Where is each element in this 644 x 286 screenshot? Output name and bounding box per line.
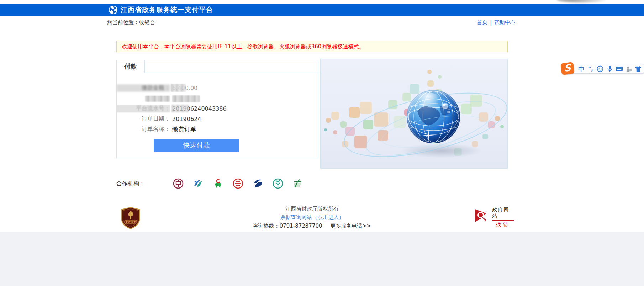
decorative-square xyxy=(427,70,432,74)
partners-label: 合作机构： xyxy=(116,180,145,187)
gov-site-label: 政府网站 xyxy=(492,207,514,221)
payment-fields: 缴款金额： 6,400.00 平台流水号： 201906240043386 xyxy=(117,83,319,134)
decorative-square xyxy=(427,80,434,87)
decorative-square xyxy=(349,107,360,118)
ime-toolbar: 中 °, xyxy=(561,64,644,74)
field-row-order-date: 订单日期： 20190624 xyxy=(117,114,319,124)
copyright-text: 江西省财政厅版权所有 xyxy=(205,205,419,213)
tab-payment[interactable]: 付款 xyxy=(116,60,145,73)
order-name-value: 缴费订单 xyxy=(172,125,196,133)
payment-tab-bar: 付款 xyxy=(116,60,319,73)
decorative-square xyxy=(331,112,339,120)
chinese-mode-icon[interactable]: 中 xyxy=(577,65,585,73)
partners-row: 合作机构： xyxy=(116,176,508,191)
payer-value-mask xyxy=(172,95,200,102)
emoji-icon[interactable] xyxy=(596,65,604,73)
decorative-square xyxy=(500,125,504,128)
platform-globe-logo-icon xyxy=(109,5,118,15)
header-bar: 江西省政务服务统一支付平台 xyxy=(0,4,644,16)
quick-pay-button[interactable]: 快速付款 xyxy=(154,139,239,152)
payer-label-mask xyxy=(145,96,170,102)
gov-site-error-badge[interactable]: 政府网站 找错 xyxy=(475,208,514,227)
decorative-square xyxy=(326,118,331,123)
footer-center: 江西省财政厅版权所有 票据查询网站（点击进入） 咨询热线：0791-872877… xyxy=(205,205,419,230)
order-date-value: 20190624 xyxy=(172,116,201,122)
breadcrumb-row: 您当前位置：收银台 首页 | 帮助中心 xyxy=(0,16,644,28)
psbc-icon[interactable] xyxy=(292,177,303,190)
receipt-link-row: 票据查询网站（点击进入） xyxy=(205,213,419,222)
field-row-amount: 缴款金额： 6,400.00 xyxy=(117,83,319,93)
hotline-text: 咨询热线：0791-87287700 xyxy=(253,223,322,229)
globe-highlight xyxy=(416,93,441,105)
links-separator: | xyxy=(490,19,492,26)
amount-value: 6,400.00 xyxy=(172,85,197,91)
punctuation-icon[interactable]: °, xyxy=(587,65,595,73)
abc-icon[interactable] xyxy=(272,177,284,190)
payer-value-redacted xyxy=(172,95,200,102)
breadcrumb: 您当前位置：收银台 xyxy=(107,19,155,26)
serial-label: 平台流水号： xyxy=(117,105,170,112)
ime-bar: 中 °, xyxy=(571,64,644,74)
rural-credit-icon[interactable] xyxy=(212,177,224,190)
help-center-link[interactable]: 帮助中心 xyxy=(494,19,516,26)
hotline-row: 咨询热线：0791-87287700 更多服务电话>> xyxy=(205,222,419,230)
decorative-square xyxy=(438,75,442,79)
decorative-square xyxy=(360,102,372,114)
receipt-query-link[interactable]: 票据查询网站（点击进入） xyxy=(280,214,344,221)
header-brand: 江西省政务服务统一支付平台 xyxy=(109,4,213,16)
gov-site-error-texts: 政府网站 找错 xyxy=(492,208,514,227)
party-gov-badge-label: 党政机关 xyxy=(125,221,136,224)
browser-compat-notice: 欢迎使用本平台，本平台浏览器需要使用IE 11以上、谷歌浏览器、火狐浏览器或36… xyxy=(116,41,508,52)
promo-image-panel xyxy=(320,59,508,169)
sogou-logo[interactable]: S xyxy=(560,62,574,75)
amount-label-redacted: 缴款金额： xyxy=(117,84,170,92)
mic-icon[interactable] xyxy=(606,65,614,73)
decorative-square xyxy=(324,128,327,131)
page-title: 江西省政务服务统一支付平台 xyxy=(121,5,213,15)
sparkle-icon xyxy=(422,129,434,142)
decorative-square xyxy=(482,134,488,139)
decorative-square xyxy=(333,130,337,134)
field-row-order-name: 订单名称： 缴费订单 xyxy=(117,124,319,134)
bottom-gray-area xyxy=(0,232,644,286)
bank-of-china-icon[interactable] xyxy=(173,177,184,190)
field-row-serial: 平台流水号： 201906240043386 xyxy=(117,104,319,114)
decorative-square xyxy=(340,121,347,128)
order-name-label: 订单名称： xyxy=(117,126,170,133)
order-date-label: 订单日期： xyxy=(117,115,170,123)
serial-value: 201906240043386 xyxy=(172,105,227,112)
find-error-label: 找错 xyxy=(492,222,514,228)
jiangxi-bank-icon[interactable] xyxy=(192,177,204,190)
partner-bank-icons xyxy=(173,177,303,190)
payment-panel: 付款 缴款金额： 6,400.00 平台流水号： xyxy=(116,60,318,158)
payer-label-redacted xyxy=(117,95,170,102)
top-links: 首页 | 帮助中心 xyxy=(477,19,516,26)
more-phones-link[interactable]: 更多服务电话>> xyxy=(330,223,371,229)
footer: 党政机关 江西省财政厅版权所有 票据查询网站（点击进入） 咨询热线：0791-8… xyxy=(0,205,644,232)
keyboard-icon[interactable] xyxy=(615,65,623,73)
field-row-payer xyxy=(117,93,319,104)
flag-magnifier-icon xyxy=(475,208,490,224)
ccb-icon[interactable] xyxy=(252,177,264,190)
skin-icon[interactable] xyxy=(634,65,642,73)
home-link[interactable]: 首页 xyxy=(477,19,487,26)
party-gov-badge[interactable]: 党政机关 xyxy=(120,207,141,229)
browser-corner-artifact xyxy=(557,0,607,3)
icbc-icon[interactable] xyxy=(232,177,244,190)
page: 江西省政务服务统一支付平台 您当前位置：收银台 首页 | 帮助中心 欢迎使用本平… xyxy=(0,0,644,286)
toolbox-icon[interactable] xyxy=(625,65,633,73)
